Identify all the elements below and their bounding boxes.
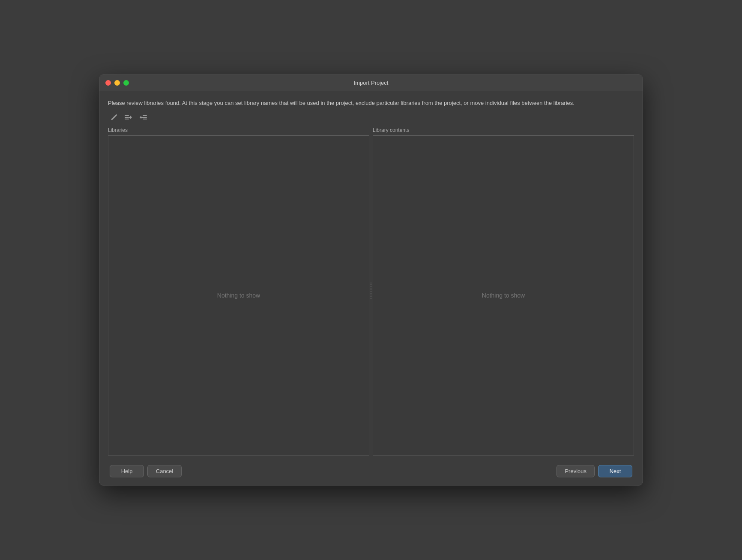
panels-container: Libraries Nothing to show Library conten… [108, 127, 634, 456]
previous-button[interactable]: Previous [556, 465, 595, 477]
svg-marker-7 [140, 116, 143, 119]
description-text: Please review libraries found. At this s… [108, 99, 634, 107]
import-project-window: Import Project Please review libraries f… [99, 74, 643, 486]
footer-left: Help Cancel [110, 465, 182, 477]
cancel-button[interactable]: Cancel [147, 465, 182, 477]
libraries-content[interactable]: Nothing to show [108, 136, 369, 456]
svg-marker-3 [129, 116, 132, 119]
panel-splitter[interactable] [369, 127, 373, 456]
remove-library-icon [139, 114, 147, 121]
remove-library-button[interactable] [137, 113, 149, 122]
svg-rect-4 [143, 115, 147, 116]
libraries-empty-text: Nothing to show [217, 292, 260, 299]
libraries-panel: Libraries Nothing to show [108, 127, 369, 456]
main-content: Please review libraries found. At this s… [99, 91, 643, 485]
footer-right: Previous Next [556, 465, 632, 477]
svg-rect-0 [125, 115, 129, 116]
add-library-icon [125, 114, 132, 121]
libraries-label: Libraries [108, 127, 369, 136]
library-contents-content[interactable]: Nothing to show [373, 136, 634, 456]
maximize-button[interactable] [123, 80, 129, 86]
footer: Help Cancel Previous Next [108, 461, 634, 479]
window-title: Import Project [354, 80, 389, 86]
contents-empty-text: Nothing to show [482, 292, 525, 299]
next-button[interactable]: Next [598, 465, 632, 477]
library-contents-label: Library contents [373, 127, 634, 136]
add-library-button[interactable] [123, 113, 135, 122]
svg-rect-1 [125, 117, 129, 118]
help-button[interactable]: Help [110, 465, 144, 477]
minimize-button[interactable] [114, 80, 120, 86]
svg-rect-2 [125, 119, 129, 119]
edit-button[interactable] [108, 113, 120, 122]
window-controls [105, 80, 129, 86]
toolbar [108, 113, 634, 122]
pencil-icon [111, 114, 117, 121]
close-button[interactable] [105, 80, 111, 86]
library-contents-panel: Library contents Nothing to show [373, 127, 634, 456]
svg-rect-5 [143, 117, 147, 118]
svg-rect-6 [143, 119, 147, 119]
titlebar: Import Project [99, 75, 643, 91]
